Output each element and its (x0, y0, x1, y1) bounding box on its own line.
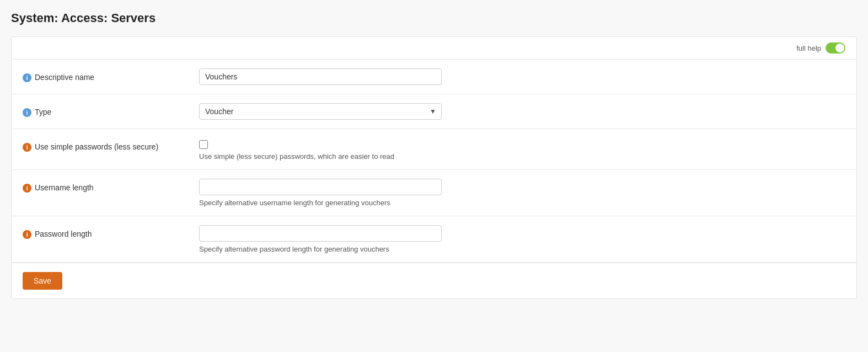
simple-passwords-hint: Use simple (less secure) passwords, whic… (199, 152, 845, 161)
save-row: Save (12, 263, 856, 298)
label-text-descriptive-name: Descriptive name (35, 73, 94, 82)
form-row-simple-passwords: i Use simple passwords (less secure) Use… (12, 129, 856, 170)
toggle-track (826, 42, 845, 54)
label-text-type: Type (35, 108, 51, 116)
type-select-wrapper: Voucher ▼ (199, 103, 442, 120)
field-col-simple-passwords: Use simple (less secure) passwords, whic… (199, 138, 845, 161)
field-col-type: Voucher ▼ (199, 103, 845, 120)
info-icon-username-length: i (23, 184, 31, 193)
label-password-length: i Password length (23, 225, 199, 239)
username-length-input[interactable] (199, 179, 442, 195)
info-icon-simple-passwords: i (23, 143, 31, 152)
form-row-username-length: i Username length Specify alternative us… (12, 170, 856, 216)
field-col-descriptive-name (199, 68, 845, 85)
label-type: i Type (23, 103, 199, 117)
label-text-username-length: Username length (35, 183, 94, 192)
label-descriptive-name: i Descriptive name (23, 68, 199, 82)
password-length-input[interactable] (199, 225, 442, 242)
toggle-thumb (835, 44, 844, 52)
page-wrapper: System: Access: Servers full help i Desc… (0, 0, 868, 352)
info-icon-password-length: i (23, 230, 31, 239)
info-icon-type: i (23, 108, 31, 117)
settings-card: full help i Descriptive name i Type (11, 36, 857, 299)
field-col-password-length: Specify alternative password length for … (199, 225, 845, 253)
label-text-password-length: Password length (35, 230, 92, 238)
full-help-label: full help (796, 44, 821, 52)
page-title: System: Access: Servers (11, 11, 857, 25)
full-help-toggle[interactable] (826, 42, 845, 54)
password-length-hint: Specify alternative password length for … (199, 245, 845, 253)
username-length-hint: Specify alternative username length for … (199, 199, 845, 207)
form-row-password-length: i Password length Specify alternative pa… (12, 216, 856, 263)
top-bar: full help (12, 37, 856, 60)
label-simple-passwords: i Use simple passwords (less secure) (23, 138, 199, 152)
label-text-simple-passwords: Use simple passwords (less secure) (35, 142, 158, 151)
form-row-type: i Type Voucher ▼ (12, 94, 856, 129)
type-select[interactable]: Voucher (199, 103, 442, 120)
info-icon-descriptive-name: i (23, 73, 31, 82)
field-col-username-length: Specify alternative username length for … (199, 179, 845, 207)
save-button[interactable]: Save (23, 272, 62, 290)
label-username-length: i Username length (23, 179, 199, 193)
descriptive-name-input[interactable] (199, 68, 442, 85)
form-row-descriptive-name: i Descriptive name (12, 60, 856, 94)
simple-passwords-checkbox[interactable] (199, 140, 208, 149)
checkbox-wrapper-simple-passwords (199, 138, 845, 149)
